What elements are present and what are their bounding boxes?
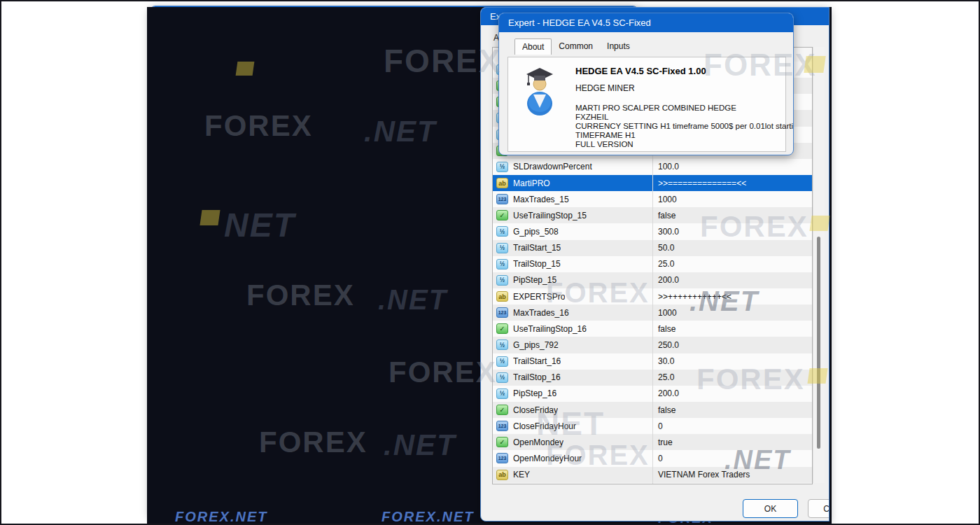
graduate-icon <box>524 66 556 122</box>
double-type-icon: ½ <box>496 340 508 350</box>
variable-value: 1000 <box>658 195 677 204</box>
variable-name: OpenMondeyHour <box>513 454 582 463</box>
int-type-icon: 123 <box>496 307 508 318</box>
variable-name: CloseFridayHour <box>513 421 576 431</box>
string-type-icon: ab <box>496 178 508 188</box>
tab-about[interactable]: About <box>514 38 552 55</box>
variable-value: 200.0 <box>658 388 679 398</box>
variable-name: UseTrailingStop_15 <box>513 211 587 220</box>
variable-value: 200.0 <box>658 275 679 285</box>
tab-inputs[interactable]: Inputs <box>600 39 637 54</box>
int-type-icon: 123 <box>496 194 508 204</box>
about-description-line: CURRENCY SETTING H1 timeframe 5000$ per … <box>575 122 794 130</box>
variable-value: 1000 <box>658 308 677 318</box>
variable-value: 25.0 <box>658 259 674 269</box>
variable-name: G_pips_508 <box>513 227 559 237</box>
double-type-icon: ½ <box>496 226 508 237</box>
variable-name: TrailStop_16 <box>513 372 561 382</box>
variable-value: 30.0 <box>658 356 674 366</box>
about-description-line: TIMEFRAME H1 <box>575 131 636 139</box>
variable-value: 100.0 <box>658 162 679 172</box>
variable-name: TrailStart_15 <box>513 243 561 253</box>
variable-name: UseTrailingStop_16 <box>513 324 587 334</box>
variable-value: >>+++++++++++<< <box>658 292 732 302</box>
variable-name: SLDrawdownPercent <box>513 162 592 172</box>
variable-value: 0 <box>658 421 663 431</box>
vertical-scrollbar[interactable] <box>813 47 825 483</box>
about-description-line: FXZHEIL <box>575 113 608 121</box>
variable-value: VIETNAM Forex Traders <box>658 470 750 479</box>
variable-value: >>==============<< <box>658 178 746 188</box>
double-type-icon: ½ <box>496 243 508 253</box>
variable-value: 300.0 <box>658 227 679 237</box>
about-description-line: FULL VERSION <box>575 140 634 148</box>
bool-type-icon: ✓ <box>496 437 508 447</box>
double-type-icon: ½ <box>496 388 508 399</box>
ea-author: HEDGE MINER <box>575 83 635 93</box>
variable-name: MaxTrades_15 <box>513 195 569 204</box>
variable-value: 25.0 <box>658 372 674 382</box>
double-type-icon: ½ <box>496 356 508 367</box>
tab-common[interactable]: Common <box>552 39 600 54</box>
variable-value: 0 <box>658 454 663 463</box>
variable-name: EXPERTSPro <box>513 292 565 302</box>
string-type-icon: ab <box>496 291 508 302</box>
string-type-icon: ab <box>496 470 508 480</box>
cancel-button[interactable]: Cancel <box>808 499 830 518</box>
front-window-titlebar[interactable]: Expert - HEDGE EA V4.5 SC-Fixed <box>499 13 793 32</box>
variable-value: 250.0 <box>658 340 679 350</box>
about-description-line: MARTI PRO SCALPER COMBINED HEDGE <box>575 104 736 112</box>
bool-type-icon: ✓ <box>496 210 508 220</box>
variable-value: 50.0 <box>658 243 674 253</box>
variable-name: OpenMondey <box>513 438 564 447</box>
double-type-icon: ½ <box>496 372 508 383</box>
bool-type-icon: ✓ <box>496 405 508 415</box>
variable-name: MartiPRO <box>513 178 550 188</box>
variable-value: false <box>658 324 676 334</box>
scrollbar-thumb[interactable] <box>817 237 820 449</box>
front-about-dialog: Expert - HEDGE EA V4.5 SC-Fixed AboutCom… <box>498 13 794 155</box>
variable-value: false <box>658 211 676 220</box>
variable-name: PipStep_15 <box>513 275 556 285</box>
about-panel: HEDGE EA V4.5 SC-Fixed 1.00 HEDGE MINER … <box>507 57 786 152</box>
variable-name: G_pips_792 <box>513 340 559 350</box>
variable-name: CloseFriday <box>513 405 558 415</box>
bool-type-icon: ✓ <box>496 323 508 334</box>
double-type-icon: ½ <box>496 162 508 172</box>
ea-name-version: HEDGE EA V4.5 SC-Fixed 1.00 <box>575 66 706 76</box>
int-type-icon: 123 <box>496 421 508 431</box>
variable-name: TrailStart_16 <box>513 356 561 366</box>
variable-name: KEY <box>513 470 530 479</box>
variable-name: MaxTrades_16 <box>513 308 569 318</box>
variable-value: false <box>658 405 676 415</box>
variable-value: true <box>658 438 673 447</box>
int-type-icon: 123 <box>496 453 508 463</box>
variable-name: PipStep_16 <box>513 388 556 398</box>
double-type-icon: ½ <box>496 275 508 286</box>
double-type-icon: ½ <box>496 259 508 270</box>
ok-button[interactable]: OK <box>743 499 798 518</box>
variable-name: TrailStop_15 <box>513 259 561 269</box>
